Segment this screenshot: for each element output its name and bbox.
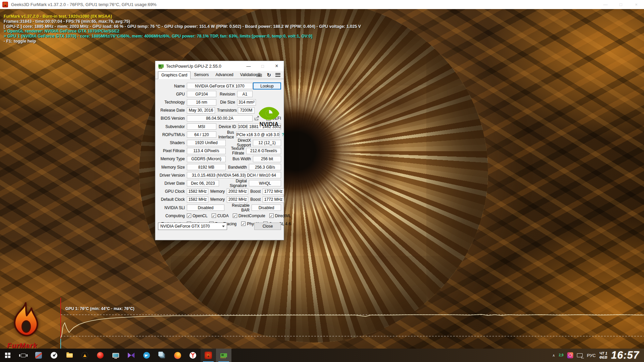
furmark-logo: FurMark	[8, 299, 45, 344]
field-row-sli: NVIDIA SLI Disabled Resizable BAR Disabl…	[158, 204, 281, 211]
monitor-icon	[112, 353, 119, 358]
default-clock-value: 1582 MHz	[187, 196, 208, 203]
taskbar-hardware-tool[interactable]	[31, 349, 46, 362]
gpuz-titlebar[interactable]: TechPowerUp GPU-Z 2.55.0 — □ ×	[155, 61, 284, 71]
nvidia-logo: NVIDIA	[256, 106, 282, 127]
furmark-window-title: Geeks3D FurMark v1.37.2.0 - 76FPS, GPU1 …	[11, 2, 157, 7]
tab-advanced[interactable]: Advanced	[212, 71, 236, 79]
driver-version-value: 31.0.15.4633 (NVIDIA 546.33) DCH / Win10…	[187, 172, 281, 178]
memory-clock-value: 2002 MHz	[227, 188, 248, 195]
gpuz-close-button[interactable]: Close	[254, 223, 281, 230]
gauge-icon	[51, 352, 57, 359]
shaders-value: 1920 Unified	[187, 140, 226, 146]
field-row-gpu-clock: GPU Clock 1582 MHz Memory 2002 MHz Boost…	[158, 188, 281, 195]
boost-clock-value: 1772 MHz	[263, 188, 284, 195]
close-icon[interactable]: ×	[629, 0, 644, 9]
tray-network-icon[interactable]	[577, 353, 583, 357]
tab-sensors[interactable]: Sensors	[191, 71, 212, 79]
gpuz-tab-strip: Graphics Card Sensors Advanced Validatio…	[155, 71, 284, 79]
bus-help-icon[interactable]: ?	[282, 132, 284, 137]
layers-icon	[158, 352, 163, 356]
bandwidth-value: 256.3 GB/s	[249, 164, 281, 170]
field-row-shaders: Shaders 1920 Unified DirectX Support 12 …	[158, 140, 281, 146]
field-row-technology: Technology 16 nm Die Size 314 mm²	[158, 99, 281, 106]
taskbar-yandex-browser[interactable]	[185, 349, 201, 362]
osd-line-frames: Frames:31843 - time:00:07:04 - FPS:76 (m…	[4, 19, 361, 24]
task-view-icon	[21, 354, 26, 357]
driver-date-value: Dec 06, 2023	[187, 180, 219, 186]
subvendor-value: MSI	[187, 123, 216, 130]
directml-checkbox[interactable]: ✓DirectML	[269, 214, 291, 218]
osd-line-gpuz: [ GPU-Z ] core: 1885 MHz - mem: 2003 MHz…	[4, 24, 361, 29]
bus-width-value: 256 bit	[253, 156, 281, 162]
furmark-titlebar: Geeks3D FurMark v1.37.2.0 - 76FPS, GPU1 …	[0, 0, 644, 9]
field-row-memory-size: Memory Size 8192 MB Bandwidth 256.3 GB/s	[158, 164, 281, 170]
osd-line-benchmark: FurMark v1.37.2.0 - Burn-in test, 1920x1…	[4, 14, 361, 19]
yandex-icon	[190, 352, 196, 359]
task-view-button[interactable]	[15, 349, 31, 362]
rops-value: 64 / 120	[187, 131, 216, 138]
gpu-temp-label: GPU 1: 76°C (min: 44°C - max: 76°C)	[65, 306, 135, 311]
gpu-select-dropdown[interactable]: NVIDIA GeForce GTX 1070	[158, 223, 227, 230]
telegram-icon	[143, 352, 150, 359]
taskbar-monitor-app[interactable]	[108, 349, 123, 362]
gpuz-close-icon[interactable]: ×	[270, 61, 284, 71]
furmark-osd: FurMark v1.37.2.0 - Burn-in test, 1920x1…	[4, 14, 361, 44]
memory-type-value: GDDR5 (Micron)	[187, 156, 226, 162]
taskbar: ∧ 2,9 РУС ЧТ 1 ФЕВ 16:57	[0, 349, 644, 362]
taskbar-aida64[interactable]	[77, 349, 93, 362]
gpuz-icon	[220, 353, 227, 357]
taskbar-gpuz-running[interactable]	[216, 349, 231, 362]
tray-date[interactable]: ЧТ 1 ФЕВ	[599, 351, 607, 359]
tray-gradient-app-icon[interactable]	[567, 352, 573, 358]
nvidia-eye-icon	[258, 106, 280, 121]
texture-fillrate-value: 212.6 GTexel/s	[246, 148, 281, 154]
taskbar-afterburner[interactable]	[46, 349, 62, 362]
opencl-checkbox[interactable]: ✓OpenCL	[187, 214, 208, 218]
field-row-gpu: GPU GP104 Revision A1	[158, 91, 281, 97]
tray-language[interactable]: РУС	[587, 353, 596, 358]
technology-value: 16 nm	[187, 99, 216, 106]
maximize-icon[interactable]: □	[613, 0, 629, 9]
gpuz-window: TechPowerUp GPU-Z 2.55.0 — □ × Graphics …	[155, 61, 284, 240]
minimize-icon[interactable]: —	[598, 0, 613, 9]
osd-line-help: - F1: toggle help	[4, 39, 361, 44]
nvidia-wordmark: NVIDIA	[256, 121, 282, 127]
tray-clock[interactable]: 16:57	[611, 349, 639, 361]
lookup-button[interactable]: Lookup	[253, 82, 281, 89]
red-sphere-icon	[97, 352, 104, 359]
flame-icon	[8, 299, 42, 342]
memory-size-value: 8192 MB	[187, 164, 226, 170]
windows-logo-icon	[5, 353, 10, 358]
taskbar-red-app[interactable]	[93, 349, 108, 362]
taskbar-furmark-running[interactable]	[201, 349, 216, 362]
tray-chevron-up-icon[interactable]: ∧	[552, 353, 555, 358]
camera-icon[interactable]	[256, 73, 262, 77]
taskbar-telegram[interactable]	[139, 349, 154, 362]
tab-graphics-card[interactable]: Graphics Card	[158, 71, 191, 79]
refresh-icon[interactable]: ↻	[267, 72, 271, 77]
die-size-value: 314 mm²	[237, 99, 256, 106]
taskbar-file-explorer[interactable]	[62, 349, 77, 362]
taskbar-firefox[interactable]	[170, 349, 185, 362]
directcompute-checkbox[interactable]: ✓DirectCompute	[233, 214, 265, 218]
gpu-temp-curve	[61, 314, 644, 338]
directx-value: 12 (12_1)	[253, 140, 281, 146]
field-row-pixel-fillrate: Pixel Fillrate 113.4 GPixel/s Texture Fi…	[158, 148, 281, 154]
revision-value: A1	[237, 91, 253, 97]
taskbar-kmplayer[interactable]	[123, 349, 139, 362]
start-button[interactable]	[0, 349, 15, 362]
menu-icon[interactable]	[275, 72, 280, 77]
field-row-computing: Computing ✓OpenCL ✓CUDA ✓DirectCompute ✓…	[158, 213, 281, 219]
tray-net-speed[interactable]: 2,9	[559, 354, 564, 357]
gpuz-minimize-icon[interactable]: —	[241, 61, 256, 71]
field-row-rops: ROPs/TMUs 64 / 120 Bus Interface PCIe x1…	[158, 131, 281, 138]
pixel-fillrate-value: 113.4 GPixel/s	[187, 148, 226, 154]
taskbar-layers-app[interactable]	[154, 349, 170, 362]
field-row-driver-date: Driver Date Dec 06, 2023 Digital Signatu…	[158, 180, 281, 186]
osd-line-renderer: > OpenGL renderer: NVIDIA GeForce GTX 10…	[4, 29, 361, 34]
sli-value: Disabled	[187, 204, 224, 211]
screen: Geeks3D FurMark v1.37.2.0 - 76FPS, GPU1 …	[0, 0, 644, 362]
cuda-checkbox[interactable]: ✓CUDA	[212, 214, 229, 218]
gpu-clock-value: 1582 MHz	[187, 188, 208, 195]
